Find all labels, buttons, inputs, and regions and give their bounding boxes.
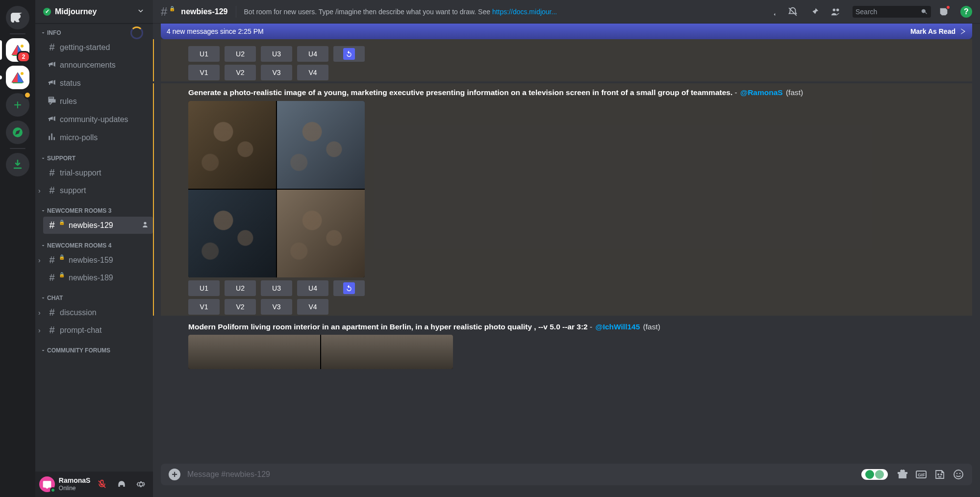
emoji-button[interactable]: [953, 469, 964, 480]
verified-icon: [43, 8, 51, 16]
v1-button[interactable]: V1: [188, 65, 220, 80]
channel-rules[interactable]: rules: [43, 93, 153, 110]
poll-icon: [47, 132, 57, 144]
channel-title: newbies-129: [181, 7, 227, 16]
member-list-button[interactable]: [830, 6, 842, 18]
notifications-button[interactable]: [787, 6, 799, 18]
user-info[interactable]: RamonaS Online: [59, 476, 91, 492]
svg-point-0: [21, 45, 24, 48]
channel-topic[interactable]: Bot room for new users. Type /imagine th…: [244, 8, 557, 16]
reroll-button[interactable]: [333, 46, 365, 62]
u3-button[interactable]: U3: [261, 46, 292, 62]
message-text: Modern Poliform living room interior in …: [188, 322, 972, 332]
image-cell-1[interactable]: [188, 101, 276, 189]
category-newcomer-4[interactable]: NEWCOMER ROOMS 4: [39, 234, 153, 251]
v3-button[interactable]: V3: [261, 65, 292, 80]
server-name: Midjourney: [55, 7, 136, 16]
help-button[interactable]: ?: [960, 6, 972, 18]
category-community-forums[interactable]: COMMUNITY FORUMS: [39, 339, 153, 356]
search-input[interactable]: Search: [853, 6, 931, 18]
channel-trial-support[interactable]: #trial-support: [43, 164, 153, 181]
channel-status[interactable]: status: [43, 75, 153, 92]
create-invite-icon[interactable]: [141, 221, 149, 230]
channel-micro-polls[interactable]: micro-polls: [43, 129, 153, 147]
message-text: Generate a photo-realistic image of a yo…: [188, 87, 972, 98]
category-support[interactable]: SUPPORT: [39, 147, 153, 164]
image-attachment[interactable]: [188, 335, 453, 369]
user-avatar[interactable]: [39, 476, 55, 492]
explore-servers-button[interactable]: [6, 121, 29, 144]
channel-announcements[interactable]: announcements: [43, 56, 153, 74]
sticker-button[interactable]: [934, 469, 946, 480]
server-midjourney-2[interactable]: [6, 66, 29, 89]
dm-home-button[interactable]: [6, 6, 29, 29]
hash-icon: #: [47, 324, 57, 336]
image-cell-2[interactable]: [321, 335, 453, 369]
channel-sidebar: Midjourney INFO #getting-started announc…: [35, 0, 153, 497]
channel-support[interactable]: ›#support: [43, 182, 153, 199]
image-cell-2[interactable]: [277, 101, 365, 189]
settings-button[interactable]: [133, 476, 149, 492]
mention-ichwill[interactable]: @IchWill145: [595, 323, 641, 331]
inbox-button[interactable]: [938, 6, 950, 18]
user-panel: RamonaS Online: [35, 472, 153, 497]
search-icon: [920, 8, 928, 16]
channel-newbies-189[interactable]: #🔒newbies-189: [43, 269, 153, 286]
message-scroller[interactable]: U1 U2 U3 U4 V1 V2 V3 V4 Generate a photo…: [153, 39, 980, 464]
image-cell-3[interactable]: [188, 190, 276, 277]
channel-newbies-129[interactable]: #🔒newbies-129: [43, 217, 153, 234]
u1-button[interactable]: U1: [188, 280, 220, 296]
u4-button[interactable]: U4: [297, 280, 328, 296]
lock-icon: 🔒: [59, 272, 65, 277]
v2-button[interactable]: V2: [225, 299, 256, 315]
u3-button[interactable]: U3: [261, 280, 292, 296]
mention-ramonas[interactable]: @RamonaS: [739, 88, 784, 97]
image-grid[interactable]: [188, 101, 365, 277]
new-messages-text: 4 new messages since 2:25 PM: [167, 27, 264, 35]
notification-dot: [24, 91, 31, 99]
v4-button[interactable]: V4: [297, 65, 328, 80]
reroll-button[interactable]: [333, 280, 365, 296]
v1-button[interactable]: V1: [188, 299, 220, 315]
pinned-button[interactable]: [808, 6, 820, 18]
mark-as-read-button[interactable]: Mark As Read: [910, 27, 966, 35]
new-messages-bar[interactable]: 4 new messages since 2:25 PM Mark As Rea…: [161, 24, 972, 39]
channel-prompt-chat[interactable]: ›#prompt-chat: [43, 322, 153, 339]
svg-point-6: [959, 473, 961, 474]
channel-newbies-159[interactable]: ›#🔒newbies-159: [43, 251, 153, 269]
threads-button[interactable]: [765, 6, 777, 18]
hash-icon: #: [47, 167, 57, 178]
thread-icon: ›: [38, 326, 41, 334]
v3-button[interactable]: V3: [261, 299, 292, 315]
channel-community-updates[interactable]: community-updates: [43, 111, 153, 128]
u4-button[interactable]: U4: [297, 46, 328, 62]
category-info[interactable]: INFO: [39, 27, 153, 38]
category-chat[interactable]: CHAT: [39, 287, 153, 303]
attach-button[interactable]: +: [169, 469, 180, 480]
topic-link[interactable]: https://docs.midjour...: [492, 8, 557, 16]
nitro-gift-pill[interactable]: [861, 469, 888, 480]
hash-icon: #: [47, 220, 57, 231]
u2-button[interactable]: U2: [225, 280, 256, 296]
server-header[interactable]: Midjourney: [35, 0, 153, 24]
composer-placeholder[interactable]: Message #newbies-129: [187, 470, 854, 479]
v2-button[interactable]: V2: [225, 65, 256, 80]
rail-separator: [10, 33, 25, 34]
image-cell-4[interactable]: [277, 190, 365, 277]
server-midjourney-1[interactable]: 2: [6, 38, 29, 62]
v4-button[interactable]: V4: [297, 299, 328, 315]
download-apps-button[interactable]: [6, 153, 29, 176]
redo-icon: [343, 48, 355, 60]
image-cell-1[interactable]: [188, 335, 320, 369]
active-server-indicator: [0, 40, 2, 60]
u2-button[interactable]: U2: [225, 46, 256, 62]
category-newcomer-3[interactable]: NEWCOMER ROOMS 3: [39, 199, 153, 216]
channel-discussion[interactable]: ›#discussion: [43, 304, 153, 321]
deafen-button[interactable]: [114, 476, 129, 492]
mute-button[interactable]: [94, 476, 110, 492]
add-server-button[interactable]: +: [6, 93, 29, 117]
gift-button[interactable]: [897, 469, 908, 480]
u1-button[interactable]: U1: [188, 46, 220, 62]
channel-getting-started[interactable]: #getting-started: [43, 39, 153, 56]
gif-button[interactable]: GIF: [915, 469, 927, 480]
